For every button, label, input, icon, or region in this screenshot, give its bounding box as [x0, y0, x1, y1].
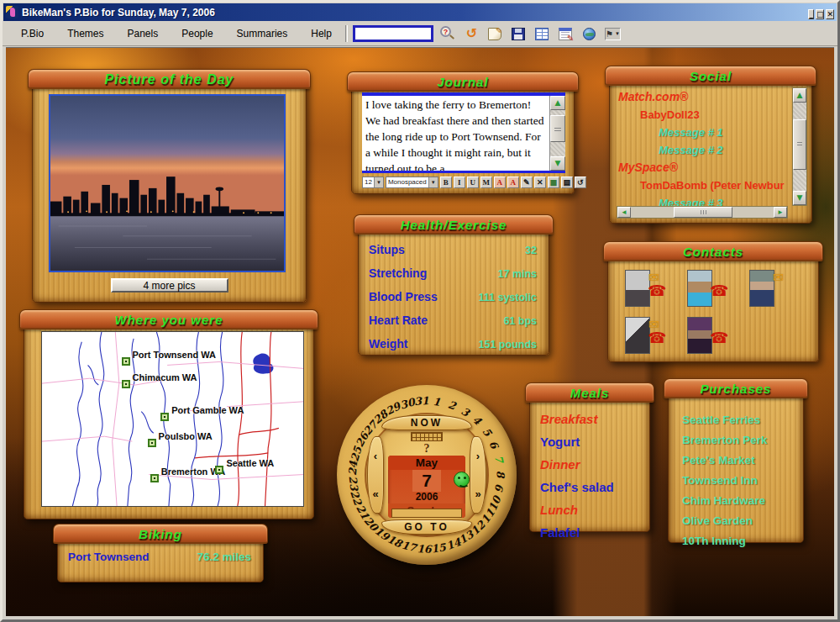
phone-icon[interactable]: ☎ [648, 282, 666, 299]
map-marker-port-townsend-wa[interactable] [122, 357, 130, 366]
contact-photo[interactable] [625, 270, 650, 307]
table-row[interactable]: Situps32 [359, 243, 549, 266]
dial-day-17[interactable]: 17 [401, 539, 417, 555]
insert-photo-button[interactable]: ▤ [561, 177, 573, 188]
meal-item-food[interactable]: Yogurt [540, 430, 649, 453]
dial-day-23[interactable]: 23 [346, 475, 360, 491]
contact-photo[interactable] [625, 317, 650, 354]
table-row[interactable]: Heart Rate61 bps [359, 314, 549, 337]
table-row[interactable]: Weight151 pounds [359, 337, 549, 361]
social-item-person[interactable]: BabyDoll23 [617, 106, 790, 124]
meal-item-meal[interactable]: Lunch [540, 498, 649, 521]
social-item-site[interactable]: Match.com® [617, 88, 790, 106]
pen-button[interactable]: ✎ [521, 177, 533, 188]
mood-smiley-icon[interactable] [454, 472, 470, 488]
map-marker-chimacum-wa[interactable] [122, 380, 130, 388]
underline-button[interactable]: U [467, 177, 479, 188]
meal-item-food[interactable]: Falafel [540, 521, 649, 544]
calendar-edit-icon[interactable] [558, 26, 574, 41]
purchase-item[interactable]: Townsend Inn [682, 471, 803, 491]
back-one-icon[interactable]: ‹ [374, 450, 377, 462]
meal-item-meal[interactable]: Breakfast [540, 408, 649, 430]
dial-back-arrows[interactable]: ‹ « [367, 436, 384, 514]
table-row[interactable]: Blood Press111 systolic [359, 290, 549, 314]
search-input[interactable] [353, 25, 433, 42]
social-item-site[interactable]: MySpace® [617, 159, 790, 177]
purchase-item[interactable]: 10Th Inning [682, 531, 803, 551]
dial-day-2[interactable]: 2 [446, 398, 457, 413]
menu-themes[interactable]: Themes [55, 24, 115, 43]
calendar-grid-icon[interactable] [411, 432, 443, 441]
dial-day-15[interactable]: 15 [431, 540, 448, 556]
menu-help[interactable]: Help [299, 24, 344, 43]
table-row[interactable]: Port Townsend76.2 miles [58, 544, 263, 569]
flag-dropdown-icon[interactable] [605, 26, 621, 41]
menu-people[interactable]: People [170, 24, 224, 43]
dial-day-7[interactable]: 7 [492, 454, 507, 464]
purchase-item[interactable]: Chim Hardware [682, 491, 803, 511]
text-color-button[interactable]: A [494, 177, 506, 188]
scroll-thumb[interactable] [793, 119, 806, 170]
dial-day-1[interactable]: 1 [433, 395, 442, 409]
phone-icon[interactable]: ☎ [710, 329, 728, 346]
purchase-item[interactable]: Olive Garden [682, 511, 803, 531]
dial-day-24[interactable]: 24 [346, 461, 360, 477]
save-icon[interactable] [511, 26, 527, 41]
scroll-left-icon[interactable]: ◄ [617, 207, 631, 218]
scroll-right-icon[interactable]: ► [774, 207, 787, 218]
purchase-item[interactable]: Seattle Ferries [682, 410, 803, 430]
mail-icon[interactable]: ✉ [773, 270, 784, 285]
menu-summaries[interactable]: Summaries [225, 24, 300, 43]
social-item-person[interactable]: TomDaBomb (Peter Newbur [617, 177, 790, 194]
dial-day-16[interactable]: 16 [417, 542, 432, 556]
social-item-message[interactable]: Message # 2 [617, 141, 790, 159]
web-globe-icon[interactable] [581, 26, 597, 41]
more-pics-button[interactable]: 4 more pics [111, 278, 228, 293]
contact-photo[interactable] [749, 270, 774, 307]
forward-many-icon[interactable]: » [475, 488, 480, 500]
scroll-up-icon[interactable]: ▲ [550, 96, 565, 110]
contact-photo[interactable] [687, 270, 712, 307]
menu-panels[interactable]: Panels [116, 24, 171, 43]
menu-pbio[interactable]: P.Bio [9, 24, 55, 43]
font-name-select[interactable]: Monospaced▼ [386, 177, 438, 188]
contact-photo[interactable] [687, 317, 712, 354]
undo-icon[interactable]: ↺ [464, 26, 480, 41]
strikethrough-button[interactable]: M [480, 177, 492, 188]
highlight-color-button[interactable]: A [507, 177, 519, 188]
now-button[interactable]: NOW [381, 415, 472, 430]
scroll-down-icon[interactable]: ▼ [550, 156, 565, 171]
refresh-button[interactable]: ↺ [575, 177, 586, 188]
journal-book-icon[interactable] [487, 26, 503, 41]
meal-item-meal[interactable]: Dinner [540, 453, 649, 476]
font-size-select[interactable]: 12▼ [362, 177, 384, 188]
map-marker-port-gamble-wa[interactable] [160, 413, 169, 421]
search-help-icon[interactable]: ? [438, 25, 455, 42]
dial-day-6[interactable]: 6 [487, 439, 501, 451]
insert-image-button[interactable]: ▦ [548, 177, 559, 188]
dial-day-8[interactable]: 8 [494, 470, 507, 477]
scroll-thumb[interactable] [550, 115, 565, 142]
forward-one-icon[interactable]: › [476, 450, 480, 462]
table-row[interactable]: Stretching17 mins [359, 266, 549, 290]
dial-forward-arrows[interactable]: › » [470, 436, 486, 514]
social-vertical-scrollbar[interactable]: ▲ ▼ [792, 87, 807, 206]
scroll-thumb[interactable] [674, 207, 732, 218]
contact-5[interactable]: ☎ [687, 317, 749, 361]
social-item-message[interactable]: Message # 1 [617, 124, 790, 141]
bold-button[interactable]: B [440, 177, 452, 188]
contact-4[interactable]: ✉☎ [625, 317, 687, 361]
contact-2[interactable]: ☎ [687, 270, 749, 314]
dial-day-9[interactable]: 9 [492, 484, 506, 493]
contact-3[interactable]: ✉ [749, 270, 811, 314]
dial-day-3[interactable]: 3 [459, 404, 471, 419]
phone-icon[interactable]: ☎ [710, 282, 728, 299]
phone-icon[interactable]: ☎ [648, 329, 666, 346]
scroll-up-icon[interactable]: ▲ [793, 88, 806, 103]
maximize-button[interactable]: □ [816, 9, 825, 19]
contact-1[interactable]: ✉☎ [625, 270, 687, 314]
map-marker-seattle-wa[interactable] [215, 466, 223, 474]
summary-table-icon[interactable] [534, 26, 550, 41]
eraser-button[interactable]: ✕ [534, 177, 546, 188]
meal-item-food[interactable]: Chef's salad [540, 476, 649, 498]
